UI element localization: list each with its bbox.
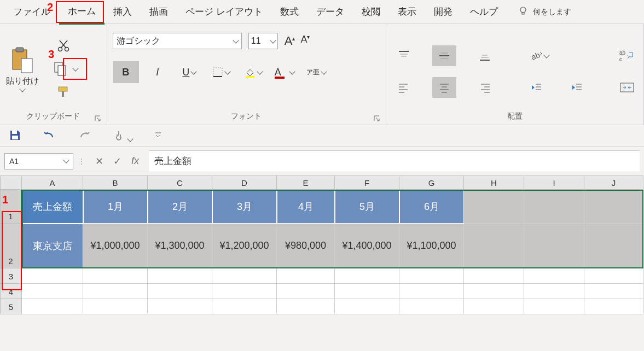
fx-button[interactable]: fx bbox=[131, 155, 139, 167]
cell-F3[interactable] bbox=[335, 268, 399, 284]
tab-formulas[interactable]: 数式 bbox=[271, 0, 308, 24]
cell-D2[interactable]: ¥1,200,000 bbox=[212, 224, 277, 268]
cell-F1[interactable]: 5月 bbox=[335, 190, 399, 224]
font-color-button[interactable]: A bbox=[271, 61, 298, 83]
cell-I4[interactable] bbox=[524, 284, 584, 299]
cell-E3[interactable] bbox=[277, 268, 335, 284]
cell-A1[interactable]: 売上金額 bbox=[22, 190, 83, 224]
cell-E2[interactable]: ¥980,000 bbox=[277, 224, 335, 268]
tab-home[interactable]: ホーム bbox=[59, 0, 105, 25]
cell-H3[interactable] bbox=[464, 268, 524, 284]
merge-center-button[interactable] bbox=[616, 77, 638, 98]
cell-D3[interactable] bbox=[212, 268, 277, 284]
name-box[interactable]: A1 bbox=[4, 153, 73, 169]
cell-D5[interactable] bbox=[212, 299, 277, 314]
increase-font-button[interactable]: A▴ bbox=[285, 34, 295, 48]
cell-A3[interactable] bbox=[22, 268, 83, 284]
format-painter-button[interactable] bbox=[47, 81, 80, 103]
col-header-D[interactable]: D bbox=[212, 176, 277, 190]
tab-view[interactable]: 表示 bbox=[389, 0, 425, 24]
fill-color-button[interactable] bbox=[240, 61, 266, 83]
phonetic-button[interactable]: ア亜 bbox=[303, 61, 329, 83]
expand-handle-icon[interactable]: ⋮ bbox=[78, 157, 85, 166]
cell-C1[interactable]: 2月 bbox=[148, 190, 212, 224]
cut-button[interactable] bbox=[47, 35, 80, 57]
row-header-4[interactable]: 4 bbox=[0, 284, 22, 299]
cell-A5[interactable] bbox=[22, 299, 83, 314]
font-size-combo[interactable]: 11 bbox=[248, 33, 278, 49]
tab-review[interactable]: 校閲 bbox=[353, 0, 389, 24]
row-header-1[interactable]: 1 bbox=[0, 190, 22, 224]
italic-button[interactable]: I bbox=[144, 61, 171, 83]
orientation-button[interactable]: ab bbox=[524, 45, 555, 66]
cell-E4[interactable] bbox=[277, 284, 335, 299]
cell-H4[interactable] bbox=[464, 284, 524, 299]
undo-button[interactable] bbox=[43, 130, 56, 142]
cell-C2[interactable]: ¥1,300,000 bbox=[148, 224, 212, 268]
cell-E1[interactable]: 4月 bbox=[277, 190, 335, 224]
enter-formula-button[interactable]: ✓ bbox=[113, 155, 121, 167]
increase-indent-button[interactable] bbox=[565, 77, 589, 98]
cell-F2[interactable]: ¥1,400,000 bbox=[335, 224, 399, 268]
align-right-button[interactable] bbox=[473, 77, 497, 98]
align-bottom-button[interactable] bbox=[473, 45, 497, 66]
cell-B1[interactable]: 1月 bbox=[83, 190, 148, 224]
row-header-3[interactable]: 3 bbox=[0, 268, 22, 284]
formula-input[interactable]: 売上金額 bbox=[149, 150, 640, 172]
row-header-2[interactable]: 2 bbox=[0, 224, 22, 268]
cell-J5[interactable] bbox=[584, 299, 643, 314]
tab-page-layout[interactable]: ページ レイアウト bbox=[177, 0, 271, 24]
col-header-B[interactable]: B bbox=[83, 176, 148, 190]
cell-I2[interactable] bbox=[524, 224, 584, 268]
decrease-font-button[interactable]: A▾ bbox=[300, 34, 310, 48]
touch-mode-button[interactable] bbox=[113, 129, 132, 143]
tab-draw[interactable]: 描画 bbox=[141, 0, 177, 24]
cell-A4[interactable] bbox=[22, 284, 83, 299]
row-header-5[interactable]: 5 bbox=[0, 299, 22, 314]
cell-D4[interactable] bbox=[212, 284, 277, 299]
cell-I1[interactable] bbox=[524, 190, 584, 224]
cell-C5[interactable] bbox=[148, 299, 212, 314]
align-middle-button[interactable] bbox=[432, 45, 456, 66]
col-header-E[interactable]: E bbox=[277, 176, 335, 190]
tab-developer[interactable]: 開発 bbox=[425, 0, 461, 24]
cell-B4[interactable] bbox=[83, 284, 148, 299]
cell-I5[interactable] bbox=[524, 299, 584, 314]
align-left-button[interactable] bbox=[392, 77, 416, 98]
cell-F4[interactable] bbox=[335, 284, 399, 299]
save-button[interactable] bbox=[9, 129, 21, 143]
qat-customize-button[interactable] bbox=[154, 131, 162, 141]
col-header-F[interactable]: F bbox=[335, 176, 399, 190]
cell-B5[interactable] bbox=[83, 299, 148, 314]
tell-me[interactable]: 何をします bbox=[518, 5, 571, 18]
cell-B2[interactable]: ¥1,000,000 bbox=[83, 224, 148, 268]
bold-button[interactable]: B bbox=[113, 61, 139, 83]
cell-H1[interactable] bbox=[464, 190, 524, 224]
cell-I3[interactable] bbox=[524, 268, 584, 284]
col-header-H[interactable]: H bbox=[464, 176, 524, 190]
cell-B3[interactable] bbox=[83, 268, 148, 284]
font-name-combo[interactable]: 游ゴシック bbox=[113, 33, 242, 49]
align-top-button[interactable] bbox=[392, 45, 416, 66]
copy-button[interactable] bbox=[47, 58, 80, 80]
cell-G5[interactable] bbox=[399, 299, 464, 314]
dialog-launcher-icon[interactable] bbox=[374, 115, 380, 121]
cell-J3[interactable] bbox=[584, 268, 643, 284]
cell-A2[interactable]: 東京支店 bbox=[22, 224, 83, 268]
cell-C4[interactable] bbox=[148, 284, 212, 299]
dialog-launcher-icon[interactable] bbox=[95, 115, 101, 121]
redo-button[interactable] bbox=[78, 130, 91, 142]
cell-E5[interactable] bbox=[277, 299, 335, 314]
align-center-button[interactable] bbox=[432, 77, 456, 98]
wrap-text-button[interactable]: abc bbox=[616, 45, 638, 66]
cell-J1[interactable] bbox=[584, 190, 643, 224]
tab-file[interactable]: ファイル bbox=[4, 0, 59, 24]
tab-help[interactable]: ヘルプ bbox=[461, 0, 507, 24]
col-header-C[interactable]: C bbox=[148, 176, 212, 190]
col-header-J[interactable]: J bbox=[584, 176, 643, 190]
cell-G4[interactable] bbox=[399, 284, 464, 299]
cell-D1[interactable]: 3月 bbox=[212, 190, 277, 224]
col-header-A[interactable]: A bbox=[22, 176, 83, 190]
cell-H2[interactable] bbox=[464, 224, 524, 268]
tab-data[interactable]: データ bbox=[308, 0, 353, 24]
